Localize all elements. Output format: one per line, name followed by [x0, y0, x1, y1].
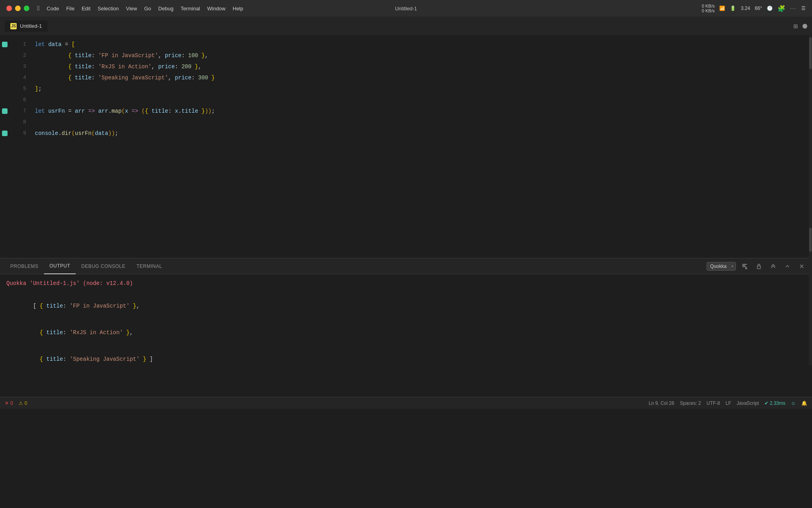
minimize-button[interactable] — [15, 6, 21, 11]
line-numbers: 1 2 3 4 5 6 7 8 9 — [10, 36, 32, 258]
menu-window[interactable]: Window — [207, 6, 226, 12]
code-line-2: { title: 'FP in JavaScript', price: 100 … — [32, 50, 809, 61]
bp-1[interactable] — [0, 39, 10, 50]
temp-display: 66° — [755, 6, 762, 11]
titlebar-left:  Code File Edit Selection View Go Debug… — [6, 5, 243, 12]
error-count[interactable]: ✕ 0 — [5, 400, 13, 406]
bp-3 — [0, 61, 10, 72]
code-line-6 — [32, 94, 809, 106]
tab-label: Untitled-1 — [20, 23, 42, 29]
code-line-9: console.dir(usrFn(data)); — [32, 128, 809, 139]
tab-problems[interactable]: PROBLEMS — [5, 258, 44, 274]
output-header: Quokka 'Untitled-1.js' (node: v12.4.0) — [6, 279, 806, 288]
traffic-lights — [6, 6, 29, 11]
js-file-icon: JS — [10, 23, 17, 29]
code-line-5: ]; — [32, 83, 809, 94]
titlebar-right: 0 KB/s0 KB/s 📶 🔋 3.24 66° 🕐 🧩 ··· ☰ — [702, 4, 806, 13]
warning-icon: ⚠ — [19, 400, 23, 406]
panel-content: Quokka 'Untitled-1.js' (node: v12.4.0) [… — [0, 274, 812, 397]
panel-tab-bar: PROBLEMS OUTPUT DEBUG CONSOLE TERMINAL Q… — [0, 258, 812, 274]
tabbar-right: ⊞ — [793, 22, 807, 31]
clock-icon: 🕐 — [767, 6, 773, 11]
dot-icon — [802, 24, 807, 29]
error-icon: ✕ — [5, 400, 9, 406]
close-button[interactable] — [6, 6, 12, 11]
clear-output-button[interactable] — [739, 261, 750, 272]
output-panel: PROBLEMS OUTPUT DEBUG CONSOLE TERMINAL Q… — [0, 258, 812, 397]
bp-4 — [0, 72, 10, 83]
list-icon: ☰ — [801, 6, 806, 11]
menu-code[interactable]: Code — [47, 6, 59, 12]
extensions-icon: 🧩 — [778, 5, 785, 12]
output-line-2: { title: 'RxJS in Action' }, — [6, 319, 806, 346]
file-encoding[interactable]: UTF-8 — [707, 400, 720, 406]
output-line-3: { title: 'Speaking JavaScript' } ] — [6, 346, 806, 373]
tab-terminal[interactable]: TERMINAL — [131, 258, 168, 274]
tab-output[interactable]: OUTPUT — [44, 258, 76, 274]
svg-rect-0 — [742, 264, 747, 265]
menu-go[interactable]: Go — [144, 6, 151, 12]
code-line-7: let usrFn = arr => arr.map(x => ({ title… — [32, 106, 809, 117]
code-area[interactable]: let data = [ { title: 'FP in JavaScript'… — [32, 36, 809, 258]
split-editor-icon[interactable]: ⊞ — [793, 22, 798, 31]
menu-edit[interactable]: Edit — [82, 6, 90, 12]
titlebar:  Code File Edit Selection View Go Debug… — [0, 0, 812, 17]
notification-bell[interactable]: 🔔 — [801, 400, 807, 406]
network-speed: 0 KB/s0 KB/s — [702, 4, 714, 13]
code-line-4: { title: 'Speaking JavaScript', price: 3… — [32, 72, 809, 83]
code-line-1: let data = [ — [32, 39, 809, 50]
wifi-icon: 📶 — [719, 6, 725, 11]
bp-8 — [0, 117, 10, 128]
scrollbar-thumb[interactable] — [809, 37, 812, 69]
output-source-selector-wrapper: Quokka — [707, 262, 736, 271]
menu-terminal[interactable]: Terminal — [180, 6, 200, 12]
output-source-selector[interactable]: Quokka — [707, 262, 736, 271]
maximize-button[interactable] — [24, 6, 29, 11]
cpu-usage: 3.24 — [741, 6, 750, 11]
cursor-position[interactable]: Ln 9, Col 26 — [649, 400, 674, 406]
line-ending[interactable]: LF — [726, 400, 731, 406]
statusbar-right: Ln 9, Col 26 Spaces: 2 UTF-8 LF JavaScri… — [649, 400, 807, 406]
editor-scrollbar[interactable] — [809, 36, 812, 258]
bp-9[interactable] — [0, 128, 10, 139]
restore-output-button[interactable] — [768, 261, 779, 272]
bp-7[interactable] — [0, 106, 10, 117]
breakpoints-gutter — [0, 36, 10, 258]
tabbar: JS Untitled-1 ⊞ — [0, 17, 812, 36]
menu-view[interactable]: View — [126, 6, 137, 12]
collapse-up-button[interactable] — [782, 261, 793, 272]
close-panel-button[interactable] — [796, 261, 807, 272]
svg-rect-2 — [742, 266, 746, 267]
more-icon[interactable]: ··· — [790, 6, 797, 11]
bp-2 — [0, 50, 10, 61]
svg-rect-1 — [742, 265, 745, 266]
code-line-8 — [32, 117, 809, 128]
output-line-1: [ { title: 'FP in JavaScript' }, — [6, 292, 806, 319]
menu-file[interactable]: File — [66, 6, 75, 12]
menu-debug[interactable]: Debug — [158, 6, 173, 12]
battery-icon: 🔋 — [730, 6, 736, 11]
indentation[interactable]: Spaces: 2 — [680, 400, 701, 406]
editor-tab[interactable]: JS Untitled-1 — [5, 21, 48, 32]
smiley-icon[interactable]: ☺ — [791, 400, 796, 406]
statusbar-left: ✕ 0 ⚠ 0 — [5, 400, 27, 406]
panel-scrollbar-thumb[interactable] — [809, 228, 812, 252]
code-line-3: { title: 'RxJS in Action', price: 200 }, — [32, 61, 809, 72]
bp-6 — [0, 94, 10, 106]
bp-5 — [0, 83, 10, 94]
lock-output-button[interactable] — [753, 261, 764, 272]
editor-area: 1 2 3 4 5 6 7 8 9 let data = [ { title: … — [0, 36, 812, 258]
menu-selection[interactable]: Selection — [98, 6, 119, 12]
panel-scrollbar[interactable] — [809, 226, 812, 365]
svg-rect-5 — [757, 266, 760, 269]
language-mode[interactable]: JavaScript — [737, 400, 759, 406]
warning-count[interactable]: ⚠ 0 — [19, 400, 27, 406]
menu-apple[interactable]:  — [37, 5, 40, 12]
statusbar: ✕ 0 ⚠ 0 Ln 9, Col 26 Spaces: 2 UTF-8 LF … — [0, 397, 812, 409]
output-results: [ { title: 'FP in JavaScript' }, { title… — [6, 292, 806, 373]
tab-debug-console[interactable]: DEBUG CONSOLE — [76, 258, 131, 274]
menu-help[interactable]: Help — [233, 6, 243, 12]
panel-actions: Quokka — [707, 261, 807, 272]
perf-indicator: ✔ 2.33ms — [764, 400, 785, 406]
